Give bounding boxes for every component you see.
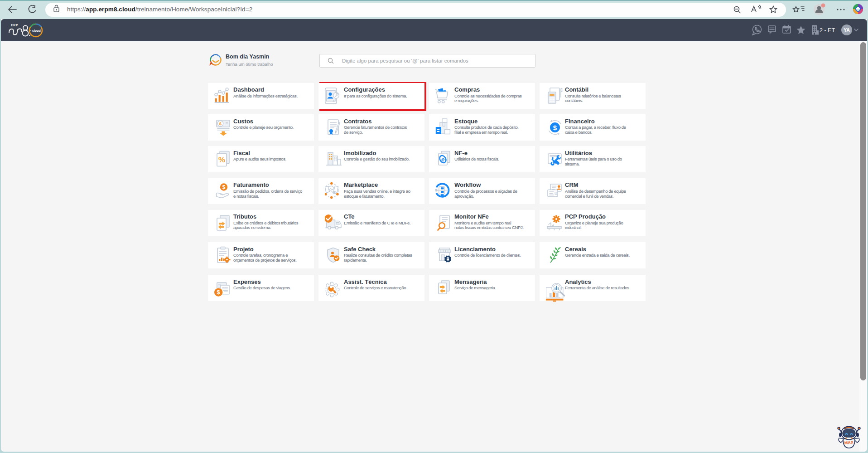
svg-text:%: % [218,156,225,164]
svg-text:MAX: MAX [844,440,854,445]
svg-text:cloud: cloud [32,29,41,32]
svg-text:$: $ [217,289,221,296]
svg-text:$: $ [219,121,222,126]
svg-text:YA: YA [844,27,850,33]
svg-text:$: $ [553,124,557,132]
svg-text:2 - ET: 2 - ET [820,27,835,34]
svg-text:e: e [441,156,444,163]
svg-text:ERP: ERP [11,24,18,27]
svg-text:$: $ [222,184,226,190]
